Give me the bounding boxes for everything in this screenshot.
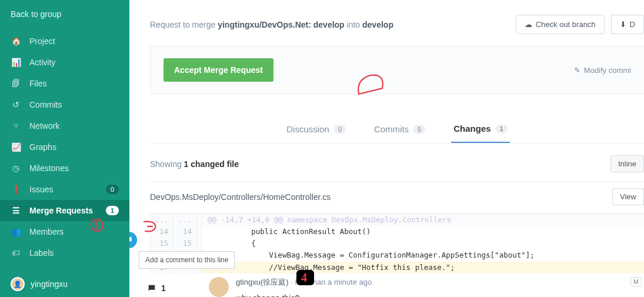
issues-count-badge: 0 bbox=[106, 185, 119, 194]
add-comment-tooltip: Add a comment to this line bbox=[139, 251, 235, 269]
user-name: yingtingxu bbox=[31, 279, 68, 289]
sidebar-item-project[interactable]: 🏠 Project bbox=[0, 31, 129, 52]
mr-tabs: Discussion 0 Commits 5 Changes 1 bbox=[150, 118, 644, 144]
sidebar-item-label: Files bbox=[29, 79, 119, 88]
sidebar-item-label: Activity bbox=[29, 58, 119, 67]
dashboard-icon: 📊 bbox=[11, 58, 21, 67]
edit-icon: ✎ bbox=[574, 66, 580, 75]
current-user[interactable]: 👤 yingtingxu bbox=[0, 271, 129, 297]
clock-icon: ◷ bbox=[11, 163, 21, 173]
comment-meta: gtingxu(徐应庭) · less than a minute ago bbox=[236, 277, 623, 288]
sidebar-item-label: Graphs bbox=[29, 142, 119, 152]
sidebar-item-commits[interactable]: ↺ Commits bbox=[0, 94, 129, 115]
sidebar-item-label: Merge Requests bbox=[29, 206, 98, 215]
tab-discussion[interactable]: Discussion 0 bbox=[284, 118, 348, 143]
comment-icon bbox=[147, 283, 156, 293]
diff-hunk-header: ...... @@ -14,7 +14,6 @@ namespace DevOp… bbox=[150, 214, 644, 226]
main-content: Request to merge yingtingxu/DevOps.Net: … bbox=[129, 0, 644, 297]
diff-file-header: DevOps.MsDeploy/Controllers/HomeControll… bbox=[150, 182, 644, 213]
comment-author[interactable]: gtingxu(徐应庭) bbox=[236, 278, 289, 286]
sidebar: Back to group 🏠 Project 📊 Activity 🗐 Fil… bbox=[0, 0, 129, 297]
sidebar-item-graphs[interactable]: 📈 Graphs bbox=[0, 136, 129, 158]
avatar: 👤 bbox=[11, 277, 25, 291]
target-branch: develop bbox=[362, 20, 393, 29]
changes-count-badge: 1 bbox=[496, 124, 508, 134]
sidebar-item-label: Labels bbox=[29, 248, 119, 258]
role-badge: M bbox=[630, 277, 642, 286]
commits-count-badge: 5 bbox=[413, 125, 425, 134]
merge-icon: ☰ bbox=[11, 206, 21, 215]
file-path: DevOps.MsDeploy/Controllers/HomeControll… bbox=[150, 192, 331, 202]
avatar bbox=[209, 277, 229, 297]
comment-count[interactable]: 1 bbox=[147, 283, 166, 293]
tags-icon: 🏷 bbox=[11, 248, 21, 258]
tab-changes[interactable]: Changes 1 bbox=[451, 118, 509, 143]
history-icon: ↺ bbox=[11, 100, 21, 109]
modify-commit-link[interactable]: ✎ Modify commi bbox=[574, 66, 631, 75]
sidebar-item-files[interactable]: 🗐 Files bbox=[0, 73, 129, 94]
changes-summary: Showing 1 changed file Inline bbox=[150, 144, 644, 182]
diff-line[interactable]: 14 14 public ActionResult About() bbox=[150, 226, 644, 238]
sidebar-item-label: Project bbox=[29, 36, 119, 46]
fork-icon: ⑂ bbox=[11, 121, 21, 131]
sidebar-item-members[interactable]: 👥 Members bbox=[0, 221, 129, 242]
sidebar-item-label: Members bbox=[29, 227, 119, 236]
nav-list: 🏠 Project 📊 Activity 🗐 Files ↺ Commits ⑂… bbox=[0, 31, 129, 271]
files-icon: 🗐 bbox=[11, 79, 21, 88]
add-comment-button[interactable] bbox=[129, 232, 137, 248]
source-branch: yingtingxu/DevOps.Net: develop bbox=[218, 20, 344, 29]
comment-icon bbox=[129, 236, 133, 244]
chart-icon: 📈 bbox=[11, 142, 21, 152]
comment-thread: gtingxu(徐应庭) · less than a minute ago wh… bbox=[150, 277, 644, 297]
comment-time: less than a minute ago bbox=[295, 278, 372, 286]
members-icon: 👥 bbox=[11, 227, 21, 236]
inline-diff-button[interactable]: Inline bbox=[610, 155, 644, 172]
code-content: public ActionResult About() bbox=[202, 226, 644, 238]
cloud-download-icon: ☁ bbox=[525, 20, 532, 29]
issue-icon: ❗ bbox=[11, 185, 21, 194]
sidebar-item-issues[interactable]: ❗ Issues 0 bbox=[0, 179, 129, 200]
sidebar-item-label: Commits bbox=[29, 100, 119, 109]
tab-commits[interactable]: Commits 5 bbox=[372, 118, 428, 143]
merge-description: Request to merge yingtingxu/DevOps.Net: … bbox=[150, 20, 393, 29]
comment-body: why change this? bbox=[236, 293, 623, 297]
old-line-number: 14 bbox=[150, 226, 173, 238]
sidebar-item-label: Issues bbox=[29, 185, 98, 194]
home-icon: 🏠 bbox=[11, 36, 21, 46]
new-line-number: 14 bbox=[173, 226, 197, 238]
diff-line[interactable]: 15 15 { bbox=[150, 238, 644, 249]
merge-request-header: Request to merge yingtingxu/DevOps.Net: … bbox=[150, 0, 644, 46]
sidebar-item-labels[interactable]: 🏷 Labels bbox=[0, 242, 129, 263]
accept-merge-request-button[interactable]: Accept Merge Request bbox=[163, 58, 273, 82]
merge-requests-count-badge: 1 bbox=[106, 206, 119, 215]
sidebar-item-activity[interactable]: 📊 Activity bbox=[0, 52, 129, 73]
checkout-branch-button[interactable]: ☁ Check out branch bbox=[516, 15, 605, 34]
sidebar-item-label: Network bbox=[29, 121, 119, 131]
accept-merge-panel: Accept Merge Request ✎ Modify commi bbox=[150, 46, 644, 94]
sidebar-item-network[interactable]: ⑂ Network bbox=[0, 115, 129, 136]
sidebar-item-milestones[interactable]: ◷ Milestones bbox=[0, 158, 129, 179]
discussion-count-badge: 0 bbox=[334, 125, 346, 134]
sidebar-item-merge-requests[interactable]: ☰ Merge Requests 1 bbox=[0, 200, 129, 221]
download-icon: ⬇ bbox=[620, 20, 626, 29]
sidebar-item-label: Milestones bbox=[29, 163, 119, 173]
view-file-button[interactable]: View bbox=[612, 188, 644, 205]
download-button[interactable]: ⬇ D bbox=[611, 15, 644, 34]
back-to-group-link[interactable]: Back to group bbox=[0, 0, 129, 31]
